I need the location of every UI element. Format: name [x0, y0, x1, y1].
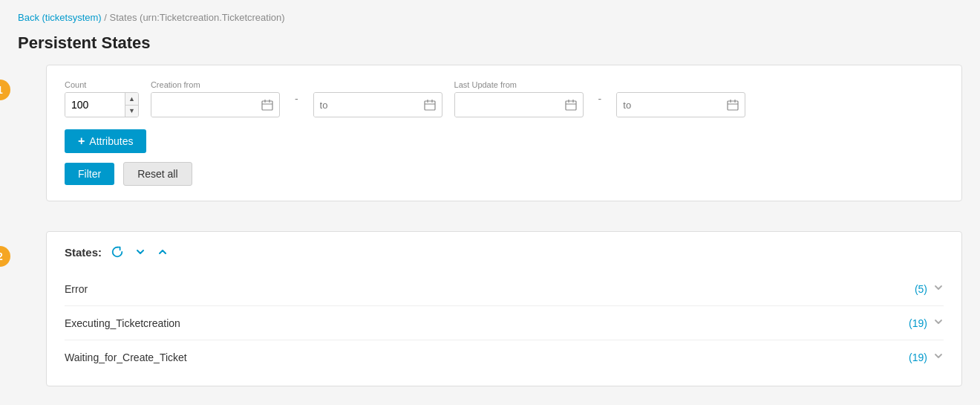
- state-right: (5): [915, 282, 944, 295]
- last-update-from-calendar-icon[interactable]: [559, 93, 583, 117]
- chevron-down-icon: [933, 317, 944, 329]
- states-section: States:: [46, 231, 962, 386]
- action-row: Filter Reset all: [65, 162, 944, 186]
- state-name: Executing_Ticketcreation: [65, 317, 180, 329]
- svg-rect-12: [728, 101, 738, 110]
- state-right: (19): [909, 351, 944, 363]
- creation-to-calendar-icon[interactable]: [418, 93, 442, 117]
- last-update-from-label: Last Update from: [454, 80, 584, 89]
- creation-from-wrapper: [151, 92, 280, 117]
- creation-to-wrapper: [313, 92, 442, 117]
- state-count: (5): [915, 283, 927, 295]
- state-name: Error: [65, 283, 88, 295]
- count-label: Count: [65, 80, 139, 89]
- count-field-group: Count ▲ ▼: [65, 80, 139, 117]
- last-update-to-label: [616, 80, 745, 89]
- state-rows-container: Error (5) Executing_Ticketcreation (19): [65, 272, 944, 374]
- breadcrumb-urn: (urn:Ticketcreation.Ticketcreation): [140, 12, 285, 23]
- collapse-up-button[interactable]: [155, 244, 170, 259]
- plus-icon: +: [78, 135, 85, 148]
- state-row[interactable]: Executing_Ticketcreation (19): [65, 306, 944, 340]
- section-number-2: 2: [0, 246, 10, 267]
- creation-from-input[interactable]: [151, 93, 255, 117]
- svg-rect-0: [262, 101, 272, 110]
- breadcrumb-back-link[interactable]: Back (ticketsystem): [18, 12, 102, 23]
- creation-separator: -: [292, 93, 301, 105]
- creation-from-label: Creation from: [151, 80, 280, 89]
- last-update-to-group: [616, 80, 745, 117]
- refresh-button[interactable]: [109, 244, 125, 260]
- last-update-from-group: Last Update from: [454, 80, 584, 117]
- section-number-1: 1: [0, 80, 10, 100]
- state-right: (19): [909, 317, 944, 329]
- count-stepper: ▲ ▼: [125, 93, 138, 117]
- creation-to-label: [313, 80, 442, 89]
- reset-button[interactable]: Reset all: [123, 162, 192, 186]
- state-row[interactable]: Error (5): [65, 272, 944, 306]
- chevron-down-icon: [933, 351, 944, 363]
- states-label: States:: [65, 246, 102, 259]
- attributes-button-label: Attributes: [89, 135, 133, 147]
- last-update-to-wrapper: [616, 92, 745, 117]
- creation-from-calendar-icon[interactable]: [255, 93, 279, 117]
- chevron-down-icon: [933, 282, 944, 295]
- count-input-wrapper: ▲ ▼: [65, 92, 139, 117]
- state-count: (19): [909, 317, 927, 329]
- last-update-from-input[interactable]: [455, 93, 559, 117]
- state-count: (19): [909, 351, 927, 363]
- creation-to-group: [313, 80, 442, 117]
- svg-rect-8: [566, 101, 576, 110]
- creation-to-input[interactable]: [314, 93, 418, 117]
- last-update-separator: -: [595, 93, 605, 105]
- last-update-to-input[interactable]: [617, 93, 721, 117]
- state-row[interactable]: Waiting_for_Create_Ticket (19): [65, 340, 944, 374]
- filter-section: Count ▲ ▼ Creation from: [46, 65, 962, 201]
- attributes-button[interactable]: + Attributes: [65, 129, 146, 153]
- count-decrement[interactable]: ▼: [125, 106, 138, 117]
- count-input[interactable]: [65, 93, 125, 117]
- page-title: Persistent States: [18, 33, 962, 53]
- breadcrumb-separator: /: [104, 12, 107, 23]
- breadcrumb-current: States: [110, 12, 137, 23]
- last-update-to-calendar-icon[interactable]: [721, 93, 745, 117]
- count-increment[interactable]: ▲: [125, 93, 138, 106]
- states-header: States:: [65, 244, 944, 260]
- state-name: Waiting_for_Create_Ticket: [65, 351, 187, 363]
- svg-rect-4: [425, 101, 435, 110]
- breadcrumb-states-link[interactable]: States: [110, 12, 140, 23]
- last-update-from-wrapper: [454, 92, 584, 117]
- creation-from-group: Creation from: [151, 80, 280, 117]
- filter-button[interactable]: Filter: [65, 163, 114, 185]
- breadcrumb: Back (ticketsystem) / States (urn:Ticket…: [18, 12, 962, 23]
- expand-down-button[interactable]: [133, 244, 148, 259]
